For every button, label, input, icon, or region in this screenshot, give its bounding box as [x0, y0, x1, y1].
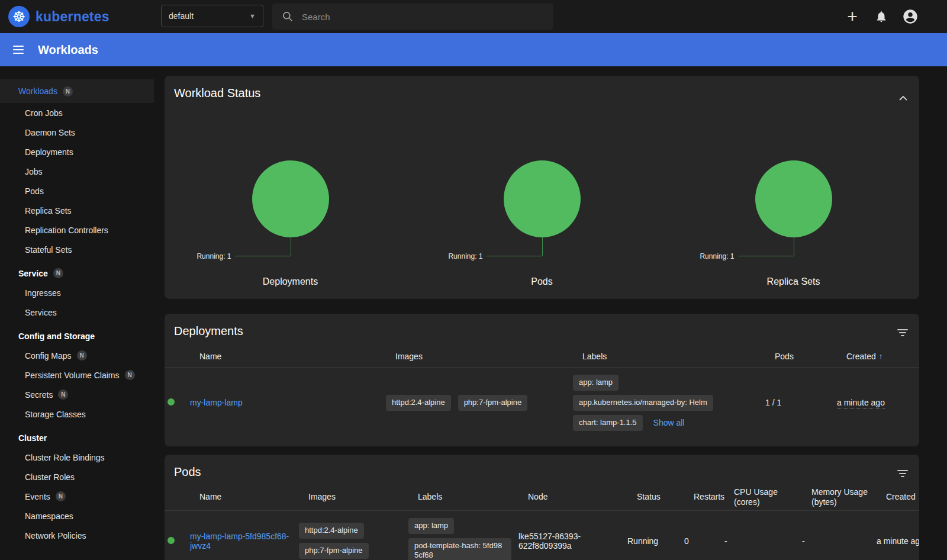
sidebar-item-cluster-roles[interactable]: Cluster Roles	[0, 467, 154, 487]
pods-card: Pods Name Images Labels Node Status Rest…	[165, 455, 919, 560]
images-cell: httpd:2.4-alpine php:7-fpm-alpine	[299, 523, 408, 559]
sidebar-item-pods[interactable]: Pods	[0, 181, 154, 201]
show-all-labels-link[interactable]: Show all	[653, 418, 685, 427]
namespace-selector[interactable]: default ▼	[161, 5, 263, 27]
label-chip: chart: lamp-1.1.5	[573, 415, 643, 431]
pod-cpu-usage: -	[724, 536, 802, 546]
deployment-name-link[interactable]: my-lamp-lamp	[190, 398, 243, 407]
column-header-restarts: Restarts	[694, 492, 734, 503]
pods-donut-chart: Running: 1 Pods	[416, 160, 668, 294]
search-icon	[282, 11, 294, 22]
labels-cell: app: lamp pod-template-hash: 5fd985cf68	[408, 518, 518, 560]
label-chip: app: lamp	[408, 518, 454, 534]
menu-hamburger-icon[interactable]	[13, 43, 24, 56]
pod-restarts: 0	[684, 536, 724, 546]
label-chip: app.kubernetes.io/managed-by: Helm	[573, 395, 713, 411]
column-header-name[interactable]: Name	[199, 492, 308, 503]
status-ok-dot	[168, 398, 175, 405]
sidebar-section-service[interactable]: Service N	[0, 263, 154, 283]
user-account-icon[interactable]	[902, 8, 919, 25]
namespaced-badge: N	[56, 491, 66, 501]
deployments-card: Deployments Name Images Labels Pods Crea…	[165, 314, 919, 446]
namespace-selector-value: default	[169, 11, 194, 21]
annotation-connector	[738, 256, 794, 256]
image-chip: php:7-fpm-alpine	[458, 395, 528, 411]
workload-status-title: Workload Status	[174, 86, 260, 100]
column-header-name[interactable]: Name	[199, 352, 395, 362]
pods-ready-count: 1 / 1	[765, 398, 837, 407]
donut-annotation: Running: 1	[197, 252, 231, 260]
search-input[interactable]	[302, 12, 544, 22]
donut-annotation: Running: 1	[700, 252, 734, 260]
sidebar-item-replication-controllers[interactable]: Replication Controllers	[0, 220, 154, 240]
deployments-card-title: Deployments	[174, 324, 243, 338]
sidebar-nav: Workloads N Cron Jobs Daemon Sets Deploy…	[0, 66, 154, 560]
sidebar-item-cron-jobs[interactable]: Cron Jobs	[0, 103, 154, 123]
sidebar-item-persistent-volume-claims[interactable]: Persistent Volume Claims N	[0, 365, 154, 385]
image-chip: httpd:2.4-alpine	[386, 395, 451, 411]
sidebar-item-label: Workloads	[18, 86, 57, 96]
created-timestamp: a minute ago	[837, 398, 885, 408]
image-chip: httpd:2.4-alpine	[299, 523, 364, 539]
annotation-connector	[291, 237, 291, 256]
top-bar: ☸ kubernetes default ▼ +	[0, 0, 947, 33]
column-header-images: Images	[308, 492, 418, 503]
images-cell: httpd:2.4-alpine php:7-fpm-alpine	[386, 395, 573, 411]
filter-icon[interactable]	[897, 470, 909, 477]
column-header-status: Status	[637, 492, 694, 503]
column-header-created[interactable]: Created ↑	[886, 492, 917, 503]
sidebar-item-daemon-sets[interactable]: Daemon Sets	[0, 123, 154, 142]
kubernetes-brand[interactable]: ☸ kubernetes	[8, 6, 109, 27]
search-bar[interactable]	[272, 4, 553, 30]
pod-name-link[interactable]: my-lamp-lamp-5fd985cf68-jwvz4	[190, 532, 289, 551]
brand-name: kubernetes	[36, 9, 109, 25]
column-header-node: Node	[528, 492, 637, 503]
main-content: Workload Status Running: 1 Deployments R…	[165, 76, 919, 560]
created-timestamp: a minute ago	[877, 536, 919, 546]
sidebar-item-secrets[interactable]: Secrets N	[0, 385, 154, 404]
donut-chart-title: Deployments	[165, 276, 416, 287]
namespaced-badge: N	[53, 268, 63, 278]
sidebar-item-services[interactable]: Services	[0, 302, 154, 322]
donut-chart-title: Replica Sets	[668, 276, 919, 287]
sidebar-item-cluster-role-bindings[interactable]: Cluster Role Bindings	[0, 448, 154, 467]
sidebar-item-config-maps[interactable]: Config Maps N	[0, 346, 154, 365]
labels-cell: app: lamp app.kubernetes.io/managed-by: …	[573, 375, 765, 431]
sidebar-item-network-policies[interactable]: Network Policies	[0, 526, 154, 545]
pods-card-title: Pods	[174, 465, 201, 479]
sidebar-item-stateful-sets[interactable]: Stateful Sets	[0, 240, 154, 259]
deployments-donut-chart: Running: 1 Deployments	[165, 160, 416, 294]
replica-sets-donut-chart: Running: 1 Replica Sets	[668, 160, 919, 294]
sidebar-section-config-and-storage[interactable]: Config and Storage	[0, 326, 154, 346]
sidebar-item-events[interactable]: Events N	[0, 487, 154, 506]
image-chip: php:7-fpm-alpine	[299, 543, 369, 559]
sidebar-item-workloads[interactable]: Workloads N	[0, 79, 154, 103]
sidebar-item-replica-sets[interactable]: Replica Sets	[0, 201, 154, 220]
namespaced-badge: N	[58, 390, 68, 400]
sidebar-item-storage-classes[interactable]: Storage Classes	[0, 404, 154, 424]
app-bar: Workloads	[0, 33, 947, 66]
namespaced-badge: N	[63, 86, 73, 96]
deployments-table-header: Name Images Labels Pods Created ↑	[165, 346, 919, 368]
label-chip: app: lamp	[573, 375, 619, 391]
node-name: lke55127-86393-622f8d09399a	[518, 532, 627, 551]
sidebar-item-namespaces[interactable]: Namespaces	[0, 506, 154, 526]
pod-row: my-lamp-lamp-5fd985cf68-jwvz4 httpd:2.4-…	[165, 511, 919, 560]
sidebar-item-jobs[interactable]: Jobs	[0, 162, 154, 181]
column-header-cpu-usage: CPU Usage (cores)	[734, 487, 811, 508]
column-header-created[interactable]: Created ↑	[846, 352, 905, 362]
filter-icon[interactable]	[897, 329, 909, 336]
status-ok-dot	[168, 537, 175, 544]
donut-chart-title: Pods	[416, 276, 668, 287]
column-header-images: Images	[395, 352, 582, 362]
sidebar-section-cluster[interactable]: Cluster	[0, 428, 154, 448]
donut-running-slice	[252, 160, 329, 237]
notifications-bell-icon[interactable]	[875, 10, 888, 23]
create-resource-icon[interactable]: +	[844, 8, 861, 25]
sidebar-item-ingresses[interactable]: Ingresses	[0, 283, 154, 302]
annotation-connector	[235, 256, 291, 256]
sidebar-item-deployments[interactable]: Deployments	[0, 142, 154, 162]
collapse-card-icon[interactable]	[898, 91, 909, 104]
page-title: Workloads	[38, 43, 98, 57]
workload-status-card: Workload Status Running: 1 Deployments R…	[165, 76, 919, 299]
